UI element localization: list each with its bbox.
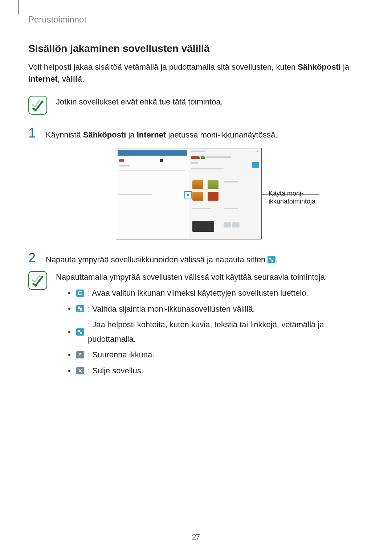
note-icon (28, 271, 47, 290)
svg-rect-2 (78, 292, 82, 295)
step-1: 1 Käynnistä Sähköposti ja Internet jaetu… (28, 126, 359, 141)
intro-bold-2: Internet (28, 74, 58, 83)
figure-right-pane (189, 148, 261, 239)
note-icon (28, 96, 47, 115)
step-text-bold: Internet (137, 130, 166, 139)
bullet-dot (68, 354, 70, 356)
note-block: Jotkin sovellukset eivät ehkä tue tätä t… (28, 96, 359, 115)
list-item: : Vaihda sijaintia moni-ikkunasovelluste… (68, 302, 359, 316)
bullet-text: : Jaa helposti kohteita, kuten kuvia, te… (88, 317, 359, 346)
bullet-dot (68, 331, 70, 333)
step-2: 2 Napauta ympyrää sovellusikkunoiden väl… (28, 250, 359, 266)
multiwindow-handle-icon (184, 191, 192, 198)
swap-windows-icon (76, 305, 84, 312)
intro-text: Voit helposti jakaa sisältöä vetämällä j… (28, 62, 298, 71)
note-block-2: Napauttamalla ympyrää sovellusten väliss… (28, 271, 359, 379)
step-text-part: . (275, 255, 278, 264)
drag-share-icon (76, 328, 84, 336)
intro-text: ja (341, 62, 349, 71)
list-item: : Avaa valitun ikkunan viimeksi käytetty… (68, 286, 359, 300)
intro-bold-1: Sähköposti (298, 62, 341, 71)
bullet-dot (68, 308, 70, 310)
margin-rule (18, 0, 19, 15)
close-icon (76, 367, 84, 374)
bullet-list: : Avaa valitun ikkunan viimeksi käytetty… (68, 286, 359, 378)
step-number: 1 (28, 126, 39, 141)
figure-left-pane (116, 148, 189, 239)
bullet-text: : Suurenna ikkuna. (88, 348, 154, 362)
list-item: : Sulje sovellus. (68, 364, 359, 378)
bullet-text: : Sulje sovellus. (88, 364, 143, 378)
bullet-text: : Vaihda sijaintia moni-ikkunasovelluste… (88, 302, 255, 316)
step-text-part: ja (126, 130, 136, 139)
breadcrumb: Perustoiminnot (28, 15, 359, 25)
figure-multiwindow: Käytä moni-ikkunatoimintoja (116, 148, 262, 239)
drag-share-icon (268, 256, 275, 263)
intro-text: , välillä. (58, 74, 84, 83)
document-page: Perustoiminnot Sisällön jakaminen sovell… (0, 0, 392, 554)
bullet-text: : Avaa valitun ikkunan viimeksi käytetty… (88, 286, 308, 300)
section-title: Sisällön jakaminen sovellusten välillä (28, 43, 359, 54)
step-text-part: Käynnistä (46, 130, 83, 139)
recent-apps-icon (76, 290, 84, 297)
step-number: 2 (28, 250, 39, 266)
svg-rect-4 (80, 308, 82, 311)
step-text-part: jaetussa moni-ikkunanäytössä. (166, 130, 277, 139)
callout-label: Käytä moni-ikkunatoimintoja (269, 190, 323, 205)
page-number: 27 (0, 533, 392, 541)
list-item: : Jaa helposti kohteita, kuten kuvia, te… (68, 317, 359, 346)
bullet-dot (68, 292, 70, 294)
step-text: Napauta ympyrää sovellusikkunoiden välis… (46, 254, 278, 266)
list-item: : Suurenna ikkuna. (68, 348, 359, 362)
note-intro: Napauttamalla ympyrää sovellusten väliss… (56, 271, 359, 283)
intro-paragraph: Voit helposti jakaa sisältöä vetämällä j… (28, 61, 359, 85)
step-text-bold: Sähköposti (83, 130, 126, 139)
step-text-part: Napauta ympyrää sovellusikkunoiden välis… (46, 255, 268, 264)
bullet-dot (68, 370, 70, 372)
note-content: Napauttamalla ympyrää sovellusten väliss… (56, 271, 359, 379)
note-text: Jotkin sovellukset eivät ehkä tue tätä t… (56, 96, 223, 108)
step-text: Käynnistä Sähköposti ja Internet jaetuss… (46, 129, 277, 141)
maximize-icon (76, 351, 84, 358)
